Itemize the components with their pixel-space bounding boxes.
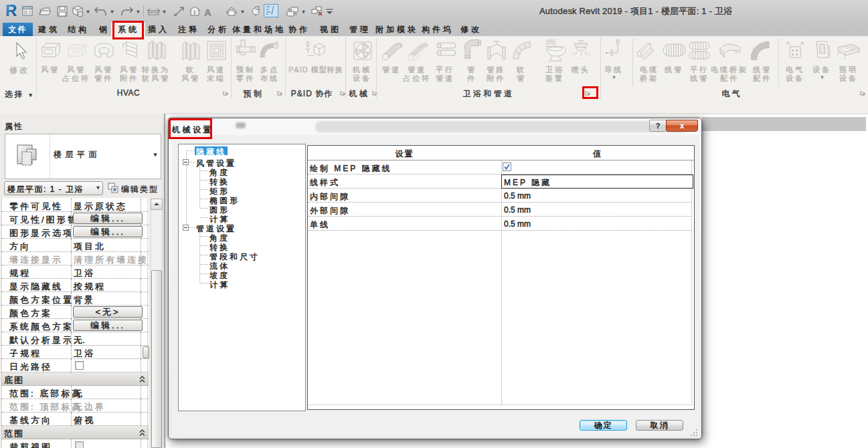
svg-text:1: 1 xyxy=(193,9,197,15)
svg-text:R: R xyxy=(5,2,17,19)
